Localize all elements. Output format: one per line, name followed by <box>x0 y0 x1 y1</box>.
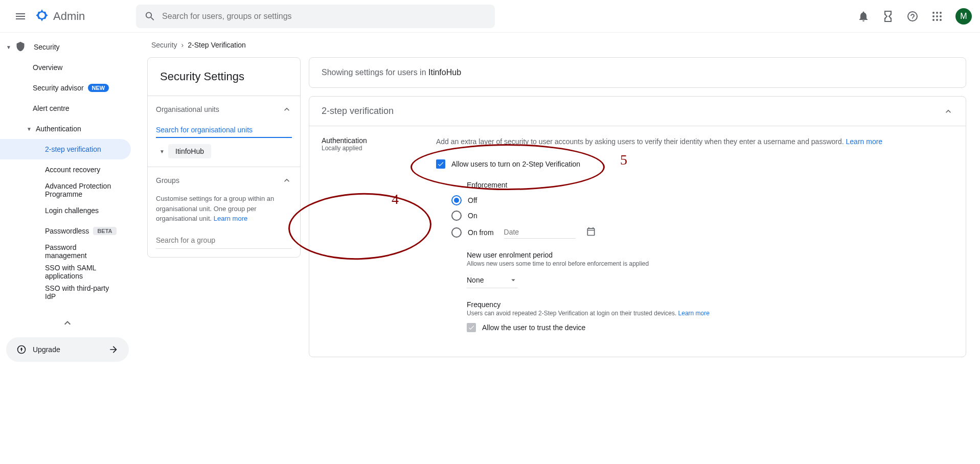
search-input[interactable] <box>162 12 487 21</box>
learn-more-link[interactable]: Learn more <box>846 137 883 146</box>
breadcrumb-current: 2-Step Verification <box>188 41 246 49</box>
caret-down-icon: ▼ <box>6 44 12 50</box>
arrow-right-icon <box>108 344 119 355</box>
breadcrumb-security[interactable]: Security <box>151 41 177 49</box>
admin-logo-icon <box>35 8 49 24</box>
svg-point-4 <box>936 15 938 17</box>
breadcrumb: Security › 2-Step Verification <box>147 33 966 57</box>
svg-point-0 <box>932 12 935 14</box>
context-banner: Showing settings for users in ItinfoHub <box>309 57 966 88</box>
sidebar-item-2-step-verification[interactable]: 2-step verification <box>0 139 131 159</box>
groups-learn-more-link[interactable]: Learn more <box>214 215 247 222</box>
app-logo[interactable]: Admin <box>35 8 85 24</box>
global-search[interactable] <box>136 5 494 28</box>
group-search-input[interactable] <box>156 232 292 249</box>
sidebar-item-sso-saml[interactable]: SSO with SAML applications <box>0 262 131 282</box>
security-settings-card: Security Settings Organisational units ▼… <box>147 57 301 258</box>
panel-description: Add an extra layer of security to user a… <box>436 136 953 147</box>
enrolment-desc: Allows new users some time to enrol befo… <box>467 260 953 267</box>
frequency-desc: Users can avoid repeated 2-Step Verifica… <box>467 310 953 317</box>
groups-description: Customise settings for a group within an… <box>156 194 292 224</box>
enforcement-off-radio[interactable] <box>451 195 462 205</box>
upgrade-badge-icon <box>16 344 27 355</box>
groups-section-header[interactable]: Groups <box>148 167 300 194</box>
enforcement-heading: Enforcement <box>467 181 953 189</box>
beta-badge: BETA <box>93 227 116 235</box>
new-badge: NEW <box>88 84 109 92</box>
caret-down-icon[interactable]: ▼ <box>156 149 168 154</box>
main-content: Security › 2-Step Verification Security … <box>135 33 978 369</box>
caret-down-icon: ▼ <box>27 126 33 132</box>
org-unit-search-input[interactable] <box>156 123 292 138</box>
svg-point-8 <box>940 19 942 21</box>
app-header: Admin M <box>0 0 980 33</box>
enrolment-title: New user enrolment period <box>467 251 953 259</box>
hamburger-icon <box>14 10 27 22</box>
trust-device-checkbox[interactable] <box>467 323 476 332</box>
panel-section-title: Authentication <box>322 136 424 145</box>
svg-point-2 <box>940 12 942 14</box>
help-button[interactable] <box>902 6 923 27</box>
chevron-up-icon <box>943 106 953 117</box>
account-avatar[interactable]: M <box>955 8 972 25</box>
sidebar-item-security[interactable]: ▼ Security <box>0 37 131 57</box>
radio-label: Off <box>468 196 477 204</box>
hourglass-icon <box>882 10 894 22</box>
sidebar-collapse-button[interactable] <box>0 313 135 333</box>
svg-point-7 <box>936 19 938 21</box>
apps-grid-icon <box>931 10 943 22</box>
notifications-button[interactable] <box>853 6 874 27</box>
sidebar-item-advanced-protection[interactable]: Advanced Protection Programme <box>0 180 131 200</box>
panel-section-subtitle: Locally applied <box>322 145 424 152</box>
enforcement-on-from-radio[interactable] <box>451 227 462 238</box>
sidebar: ▼ Security Overview Security advisorNEW … <box>0 33 135 369</box>
nav-label: Security <box>34 43 60 51</box>
check-icon <box>468 324 475 331</box>
sidebar-item-account-recovery[interactable]: Account recovery <box>0 159 131 180</box>
sidebar-item-authentication[interactable]: ▼Authentication <box>0 119 131 139</box>
chevron-up-icon <box>282 175 292 185</box>
annotation-number-5: 5 <box>620 152 627 168</box>
main-menu-button[interactable] <box>8 4 33 29</box>
sidebar-item-security-advisor[interactable]: Security advisorNEW <box>0 78 131 98</box>
check-icon <box>437 160 444 168</box>
svg-point-3 <box>932 15 935 17</box>
svg-point-6 <box>932 19 935 21</box>
tasks-button[interactable] <box>878 6 898 27</box>
panel-header[interactable]: 2-step verification <box>309 97 966 126</box>
app-title: Admin <box>53 10 85 23</box>
sidebar-item-overview[interactable]: Overview <box>0 57 131 78</box>
enforcement-date-input[interactable] <box>504 226 576 239</box>
chevron-right-icon: › <box>181 41 184 49</box>
svg-point-5 <box>940 15 942 17</box>
sidebar-item-sso-third-party[interactable]: SSO with third-party IdP <box>0 282 131 303</box>
enforcement-on-radio[interactable] <box>451 211 462 221</box>
apps-button[interactable] <box>927 6 947 27</box>
search-icon <box>144 10 156 22</box>
enrolment-period-select[interactable]: None <box>467 272 518 288</box>
sidebar-item-login-challenges[interactable]: Login challenges <box>0 200 131 221</box>
allow-2sv-row: 5 Allow users to turn on 2-Step Verifica… <box>436 159 953 169</box>
bell-icon <box>857 10 870 22</box>
allow-2sv-checkbox[interactable] <box>436 159 445 169</box>
shield-icon <box>15 41 26 53</box>
help-icon <box>906 10 919 22</box>
card-title: Security Settings <box>148 58 300 96</box>
sidebar-item-alert-centre[interactable]: Alert centre <box>0 98 131 119</box>
calendar-icon <box>586 226 596 237</box>
chevron-up-icon <box>282 104 292 114</box>
org-unit-item[interactable]: ItinfoHub <box>168 144 211 158</box>
trust-device-label: Allow the user to trust the device <box>482 323 585 332</box>
sidebar-item-passwordless[interactable]: PasswordlessBETA <box>0 221 131 241</box>
chevron-up-icon <box>61 317 74 329</box>
radio-label: On <box>468 212 477 220</box>
allow-2sv-label: Allow users to turn on 2-Step Verificati… <box>451 160 580 168</box>
sidebar-item-password-management[interactable]: Password management <box>0 241 131 262</box>
radio-label: On from <box>468 228 494 237</box>
org-units-section-header[interactable]: Organisational units <box>148 96 300 123</box>
calendar-button[interactable] <box>586 226 596 238</box>
upgrade-button[interactable]: Upgrade <box>6 337 129 362</box>
svg-point-1 <box>936 12 938 14</box>
frequency-learn-more-link[interactable]: Learn more <box>678 310 710 317</box>
dropdown-icon <box>509 275 518 285</box>
